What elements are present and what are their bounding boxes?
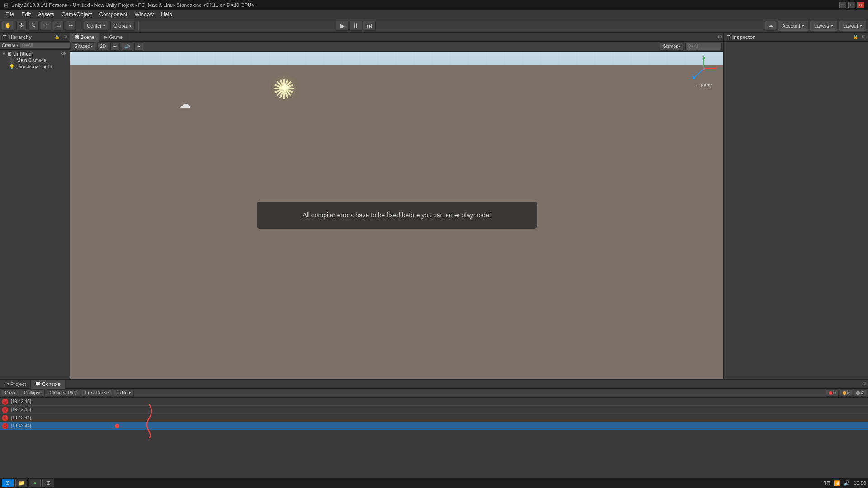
rotate-tool-button[interactable]: ↻ bbox=[28, 21, 39, 31]
editor-label: Editor bbox=[117, 390, 129, 395]
center-label: Center bbox=[87, 23, 102, 28]
warning-dot-icon bbox=[843, 391, 846, 395]
chevron-down-icon: ▾ bbox=[16, 43, 18, 47]
game-tab-icon: ▶ bbox=[104, 34, 108, 39]
console-content: ! [19:42:43] ! [19:42:43] ! [19:42:44] !… bbox=[0, 398, 868, 478]
title-bar: ⊞ Unity 2018.3.1f1 Personal - Untitled -… bbox=[0, 0, 868, 10]
error-count[interactable]: 0 bbox=[826, 389, 839, 397]
layout-label: Layout bbox=[843, 23, 858, 28]
clear-on-play-button[interactable]: Clear on Play bbox=[47, 389, 80, 397]
hierarchy-maximize-icon[interactable]: ⊡ bbox=[63, 34, 67, 39]
console-tab-icon: 💬 bbox=[35, 381, 41, 386]
pause-button[interactable]: ⏸ bbox=[349, 21, 362, 31]
game-tab[interactable]: ▶ Game bbox=[99, 33, 127, 42]
maximize-button[interactable]: □ bbox=[848, 2, 855, 8]
play-button[interactable]: ▶ bbox=[336, 21, 349, 31]
gizmo-svg: X Y Z bbox=[690, 55, 717, 82]
chevron-down-icon: ▾ bbox=[91, 44, 93, 48]
cloud-icon: ☁ bbox=[179, 97, 191, 112]
scene-maximize-icon[interactable]: ⊡ bbox=[718, 34, 722, 39]
menu-edit[interactable]: Edit bbox=[18, 11, 34, 18]
error-icon-4: ! bbox=[2, 423, 8, 429]
menu-bar: File Edit Assets GameObject Component Wi… bbox=[0, 10, 868, 19]
console-count-area: 0 0 4 bbox=[826, 389, 866, 397]
chevron-down-icon: ▾ bbox=[860, 23, 862, 28]
hierarchy-item-main-camera[interactable]: 🎥 Main Camera bbox=[0, 57, 70, 63]
move-tool-button[interactable]: ✛ bbox=[16, 21, 27, 31]
scene-toolbar: Shaded ▾ 2D ☀ 🔊 ✦ Gizmos ▾ bbox=[70, 42, 723, 52]
warning-count[interactable]: 0 bbox=[840, 389, 853, 397]
global-label: Global bbox=[113, 23, 128, 28]
2d-toggle-button[interactable]: 2D bbox=[97, 42, 108, 51]
menu-file[interactable]: File bbox=[2, 11, 18, 18]
separator-1 bbox=[80, 21, 80, 30]
cloud-icon: ☁ bbox=[768, 23, 773, 28]
step-button[interactable]: ⏭ bbox=[363, 21, 376, 31]
layers-dropdown[interactable]: Layers ▾ bbox=[810, 21, 837, 31]
lighting-toggle-button[interactable]: ☀ bbox=[110, 42, 120, 51]
rect-tool-button[interactable]: ▭ bbox=[53, 21, 64, 31]
collapse-button[interactable]: Collapse bbox=[21, 389, 45, 397]
hierarchy-lock-icon[interactable]: 🔒 bbox=[54, 34, 60, 39]
hierarchy-item-directional-light[interactable]: 💡 Directional Light bbox=[0, 63, 70, 70]
hierarchy-eye-icon[interactable]: 👁 bbox=[61, 52, 66, 56]
menu-window[interactable]: Window bbox=[131, 11, 157, 18]
account-dropdown[interactable]: Account ▾ bbox=[778, 21, 808, 31]
cloud-button[interactable]: ☁ bbox=[765, 21, 776, 31]
console-tab[interactable]: 💬 Console bbox=[31, 380, 65, 389]
hierarchy-camera-label: Main Camera bbox=[16, 57, 46, 63]
console-timestamp-1: [19:42:43] bbox=[11, 399, 31, 404]
workspace: ☰ Hierarchy 🔒 ⊡ Create ▾ ▼ ⊞ Untitled 👁 bbox=[0, 33, 868, 478]
project-tab[interactable]: 🗂 Project bbox=[0, 380, 31, 389]
gizmos-dropdown[interactable]: Gizmos ▾ bbox=[660, 42, 684, 51]
layout-dropdown[interactable]: Layout ▾ bbox=[839, 21, 866, 31]
bottom-maximize-icon[interactable]: ⊡ bbox=[863, 381, 866, 386]
menu-gameobject[interactable]: GameObject bbox=[58, 11, 95, 18]
windows-start-button[interactable]: ⊞ bbox=[2, 479, 14, 487]
inspector-lock-icon[interactable]: 🔒 bbox=[853, 34, 858, 39]
close-button[interactable]: ✕ bbox=[857, 2, 864, 8]
error-icon-3: ! bbox=[2, 415, 8, 421]
warning-count-label: 0 bbox=[847, 390, 850, 395]
global-toggle-button[interactable]: Global ▾ bbox=[110, 21, 135, 31]
editor-dropdown[interactable]: Editor ▾ bbox=[114, 389, 134, 397]
scene-tab[interactable]: 🖼 Scene bbox=[70, 33, 99, 42]
gizmos-label: Gizmos bbox=[663, 44, 678, 49]
chrome-button[interactable]: ● bbox=[29, 479, 41, 487]
file-explorer-button[interactable]: 📁 bbox=[15, 479, 27, 487]
hierarchy-create-button[interactable]: Create ▾ bbox=[2, 43, 18, 48]
unity-taskbar-button[interactable]: ⊞ bbox=[42, 479, 54, 487]
hierarchy-light-label: Directional Light bbox=[16, 64, 52, 69]
clear-button[interactable]: Clear bbox=[2, 389, 19, 397]
play-controls: ▶ ⏸ ⏭ bbox=[336, 21, 376, 31]
hierarchy-item-untitled[interactable]: ▼ ⊞ Untitled 👁 bbox=[0, 51, 70, 57]
center-toggle-button[interactable]: Center ▾ bbox=[84, 21, 108, 31]
taskbar-network-icon: 📶 bbox=[834, 480, 840, 486]
error-pause-button[interactable]: Error Pause bbox=[82, 389, 112, 397]
bottom-tabs: 🗂 Project 💬 Console ⊡ bbox=[0, 380, 868, 389]
hierarchy-panel: ☰ Hierarchy 🔒 ⊡ Create ▾ ▼ ⊞ Untitled 👁 bbox=[0, 33, 70, 379]
message-count[interactable]: 4 bbox=[854, 389, 866, 397]
menu-help[interactable]: Help bbox=[157, 11, 176, 18]
error-icon-1: ! bbox=[2, 399, 8, 405]
account-label: Account bbox=[782, 23, 800, 28]
menu-component[interactable]: Component bbox=[95, 11, 131, 18]
scale-tool-button[interactable]: ⤢ bbox=[41, 21, 51, 31]
transform-tool-button[interactable]: ⊹ bbox=[66, 21, 76, 31]
chevron-down-icon: ▾ bbox=[129, 391, 131, 395]
minimize-button[interactable]: ─ bbox=[839, 2, 846, 8]
svg-text:X: X bbox=[716, 65, 717, 69]
effects-toggle-button[interactable]: ✦ bbox=[134, 42, 143, 51]
taskbar-volume-icon: 🔊 bbox=[844, 480, 850, 486]
menu-assets[interactable]: Assets bbox=[34, 11, 58, 18]
hand-tool-button[interactable]: ✋ bbox=[2, 21, 14, 31]
hierarchy-title: Hierarchy bbox=[9, 34, 52, 40]
shading-mode-dropdown[interactable]: Shaded ▾ bbox=[72, 42, 95, 51]
audio-toggle-button[interactable]: 🔊 bbox=[122, 42, 132, 51]
inspector-maximize-icon[interactable]: ⊡ bbox=[862, 34, 865, 39]
separator-2 bbox=[138, 21, 139, 30]
2d-label: 2D bbox=[100, 44, 106, 49]
scene-viewport[interactable]: ✦ ✺ ☁ bbox=[70, 52, 723, 379]
scene-search-input[interactable] bbox=[685, 43, 722, 50]
error-pause-label: Error Pause bbox=[85, 390, 109, 395]
